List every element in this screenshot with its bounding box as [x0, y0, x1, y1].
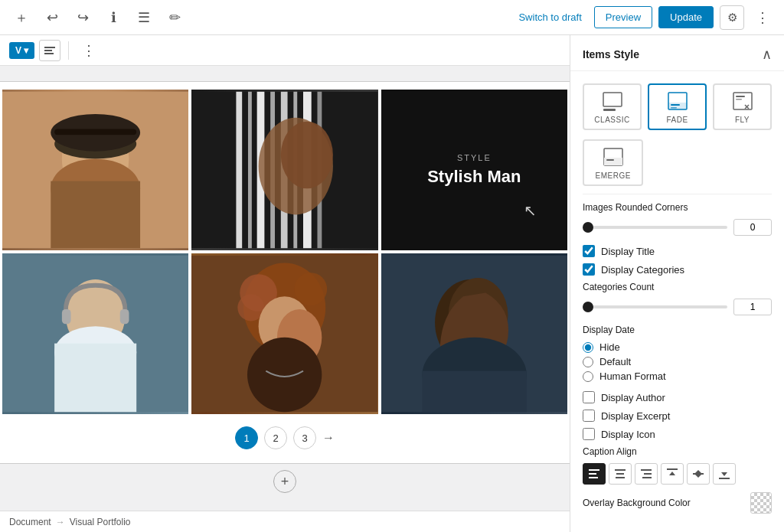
- align-center-icon: [615, 469, 626, 478]
- align-right-button[interactable]: [635, 463, 658, 485]
- portfolio-item-2[interactable]: [191, 90, 377, 250]
- rounded-corners-slider-row: [583, 219, 772, 236]
- date-human-format-radio[interactable]: [583, 371, 593, 382]
- portfolio-item-1[interactable]: [2, 90, 188, 250]
- add-block-toolbar-button[interactable]: ＋: [9, 5, 34, 30]
- display-author-checkbox[interactable]: [583, 391, 595, 403]
- svg-rect-23: [62, 309, 71, 324]
- update-button[interactable]: Update: [658, 6, 714, 28]
- page-1-button[interactable]: 1: [235, 426, 258, 449]
- portfolio-item-6[interactable]: [381, 253, 567, 414]
- style-overlay: STYLE Stylish Man ↖: [381, 90, 567, 250]
- settings-gear-button[interactable]: ⚙: [720, 5, 744, 30]
- display-title-label[interactable]: Display Title: [601, 246, 655, 257]
- categories-count-thumb[interactable]: [583, 302, 593, 312]
- svg-point-34: [247, 338, 322, 412]
- svg-point-30: [295, 273, 328, 305]
- svg-rect-51: [606, 159, 614, 161]
- svg-rect-59: [644, 473, 652, 475]
- svg-rect-24: [120, 309, 129, 324]
- svg-marker-66: [721, 472, 727, 476]
- display-author-row: Display Author: [583, 391, 772, 403]
- svg-rect-56: [616, 473, 624, 475]
- svg-rect-43: [668, 103, 687, 109]
- block-type-button[interactable]: V ▾: [9, 42, 34, 59]
- svg-rect-40: [603, 93, 622, 106]
- portfolio-item-3[interactable]: STYLE Stylish Man ↖: [381, 90, 567, 250]
- style-fade-button[interactable]: FADE: [648, 83, 707, 130]
- list-view-button[interactable]: ☰: [132, 5, 156, 30]
- date-hide-label[interactable]: Hide: [599, 341, 620, 353]
- add-block-button[interactable]: +: [273, 470, 296, 493]
- overlay-color-swatch[interactable]: [750, 492, 772, 514]
- categories-count-slider-row: [583, 299, 772, 315]
- display-excerpt-checkbox[interactable]: [583, 410, 595, 422]
- date-default-label[interactable]: Default: [599, 356, 631, 367]
- style-title-text: Stylish Man: [427, 167, 521, 187]
- style-emerge-button[interactable]: EMERGE: [583, 139, 643, 186]
- page-2-button[interactable]: 2: [264, 426, 287, 449]
- display-categories-label[interactable]: Display Categories: [601, 264, 684, 276]
- portfolio-image-2: [191, 90, 377, 250]
- svg-rect-0: [44, 47, 55, 48]
- portfolio-image-1: [2, 90, 188, 250]
- portfolio-image-6: [381, 253, 567, 414]
- preview-button[interactable]: Preview: [594, 6, 652, 28]
- rounded-corners-track: [583, 226, 727, 229]
- redo-button[interactable]: ↪: [70, 5, 95, 30]
- style-classic-button[interactable]: CLASSIC: [583, 83, 642, 130]
- svg-rect-60: [642, 477, 652, 478]
- display-excerpt-row: Display Excerpt: [583, 410, 772, 422]
- svg-rect-67: [719, 478, 730, 479]
- align-left-icon: [589, 469, 599, 478]
- svg-rect-53: [589, 473, 596, 475]
- fly-icon: [732, 91, 753, 113]
- svg-rect-2: [44, 53, 54, 54]
- portfolio-item-5[interactable]: [191, 253, 377, 414]
- align-top-button[interactable]: [661, 463, 684, 485]
- display-icon-checkbox[interactable]: [583, 428, 595, 440]
- display-excerpt-label[interactable]: Display Excerpt: [601, 410, 670, 422]
- style-fly-button[interactable]: FLY: [713, 83, 772, 130]
- align-middle-button[interactable]: [687, 463, 710, 485]
- display-title-checkbox[interactable]: [583, 245, 595, 257]
- svg-rect-48: [736, 99, 742, 100]
- style-grid: CLASSIC FADE: [583, 83, 772, 130]
- align-bottom-button[interactable]: [713, 463, 736, 485]
- align-toolbar-button[interactable]: [39, 40, 60, 61]
- emerge-label: EMERGE: [595, 171, 630, 180]
- editor-area: V ▾ ⋮: [0, 35, 570, 532]
- edit-button[interactable]: ✏: [162, 5, 187, 30]
- date-hide-radio[interactable]: [583, 342, 593, 353]
- categories-count-label: Categories Count: [583, 282, 772, 292]
- align-left-button[interactable]: [583, 463, 606, 485]
- info-button[interactable]: ℹ: [101, 5, 126, 30]
- display-icon-label[interactable]: Display Icon: [601, 429, 655, 440]
- panel-close-button[interactable]: ∧: [762, 46, 772, 63]
- next-page-button[interactable]: →: [322, 431, 335, 445]
- portfolio-item-4[interactable]: [2, 253, 188, 414]
- more-block-options-button[interactable]: ⋮: [77, 38, 101, 63]
- rounded-corners-thumb[interactable]: [583, 222, 593, 233]
- categories-count-input[interactable]: [733, 299, 772, 315]
- undo-button[interactable]: ↩: [40, 5, 64, 30]
- svg-rect-58: [641, 469, 652, 471]
- switch-draft-button[interactable]: Switch to draft: [512, 7, 587, 28]
- date-default-radio[interactable]: [583, 357, 593, 367]
- more-options-button[interactable]: ⋮: [750, 5, 775, 30]
- breadcrumb-separator: →: [56, 517, 65, 527]
- display-author-label[interactable]: Display Author: [601, 392, 665, 403]
- align-icon: [44, 44, 56, 57]
- svg-rect-44: [671, 104, 680, 106]
- svg-rect-9: [51, 181, 140, 249]
- portfolio-wrap: STYLE Stylish Man ↖: [0, 66, 570, 511]
- display-categories-checkbox[interactable]: [583, 263, 595, 276]
- svg-rect-26: [54, 344, 136, 413]
- align-bottom-icon: [719, 468, 730, 479]
- date-human-format-label[interactable]: Human Format: [599, 370, 666, 382]
- categories-count-track: [583, 305, 727, 308]
- align-center-button[interactable]: [609, 463, 632, 485]
- page-3-button[interactable]: 3: [293, 426, 316, 449]
- align-middle-icon: [693, 468, 704, 479]
- rounded-corners-input[interactable]: [733, 219, 772, 236]
